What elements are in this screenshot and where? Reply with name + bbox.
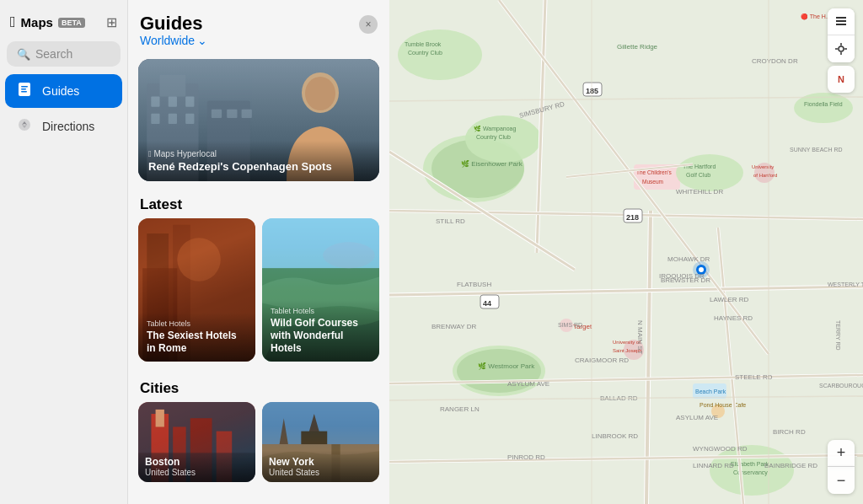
- svg-text:LINBROOK RD: LINBROOK RD: [592, 432, 638, 440]
- svg-text:WHITEHILL DR: WHITEHILL DR: [676, 188, 723, 196]
- zoom-controls: + −: [828, 440, 855, 494]
- chevron-down-icon: ⌄: [197, 34, 207, 47]
- svg-text:🌿 Wampanoag: 🌿 Wampanoag: [474, 125, 516, 132]
- latest-cards-row: Tablet Hotels The Sexiest Hotels in Rome…: [128, 218, 389, 372]
- hero-source-text: Maps: [153, 149, 174, 158]
- svg-text:CRAIGMOOR RD: CRAIGMOOR RD: [575, 357, 629, 364]
- search-bar[interactable]: 🔍 Search: [7, 41, 121, 67]
- svg-rect-2: [21, 88, 26, 90]
- svg-rect-15: [227, 110, 237, 118]
- cities-section-header: Cities: [128, 372, 389, 402]
- map-controls: N: [828, 8, 855, 93]
- card-title-0: The Sexiest Hotels in Rome: [147, 330, 247, 355]
- svg-text:SUNNY BEACH RD: SUNNY BEACH RD: [790, 147, 843, 153]
- svg-rect-8: [169, 97, 177, 107]
- hero-source:  Maps Hyperlocal: [148, 149, 369, 158]
- latest-card-0[interactable]: Tablet Hotels The Sexiest Hotels in Rome: [138, 218, 255, 362]
- svg-text:Tumble Brook: Tumble Brook: [405, 41, 442, 47]
- svg-rect-1: [21, 86, 28, 88]
- city-card-boston[interactable]: Boston United States: [138, 402, 255, 482]
- north-indicator: N: [828, 66, 855, 93]
- panel-header: Guides Worldwide ⌄ ×: [128, 0, 389, 52]
- map-area[interactable]: 🌿 Eisenhower Park 🌿 Westmoor Park Elizab…: [389, 0, 863, 504]
- search-icon: 🔍: [17, 48, 30, 61]
- svg-text:FLATBUSH: FLATBUSH: [457, 281, 491, 288]
- svg-point-18: [305, 77, 335, 110]
- svg-point-22: [177, 238, 220, 281]
- panel-title: Guides: [140, 13, 207, 34]
- boston-country: United States: [145, 468, 249, 477]
- svg-text:LAWLER RD: LAWLER RD: [710, 296, 749, 303]
- svg-text:Country Club: Country Club: [408, 50, 442, 56]
- svg-rect-139: [836, 17, 846, 19]
- svg-text:PINROD RD: PINROD RD: [507, 453, 545, 461]
- hero-card[interactable]:  Maps Hyperlocal René Redzepi's Copenha…: [138, 59, 379, 181]
- svg-text:RANGER LN: RANGER LN: [440, 405, 480, 413]
- svg-text:Gillette Ridge: Gillette Ridge: [617, 43, 658, 51]
- svg-rect-9: [185, 97, 194, 107]
- svg-text:ASYLUM AVE: ASYLUM AVE: [507, 380, 549, 388]
- latest-card-1[interactable]: Tablet Hotels Wild Golf Courses with Won…: [262, 218, 379, 362]
- worldwide-filter[interactable]: Worldwide ⌄: [140, 34, 207, 47]
- sidebar-item-guides[interactable]: Guides: [5, 74, 122, 108]
- svg-text:Pond House Cafe: Pond House Cafe: [700, 402, 746, 408]
- boston-overlay: Boston United States: [138, 451, 255, 482]
- subtitle-text: Worldwide: [140, 34, 195, 47]
- svg-text:Museum: Museum: [642, 179, 663, 185]
- apple-logo-icon: : [10, 13, 16, 31]
- svg-text:Elizabeth Park: Elizabeth Park: [731, 461, 769, 467]
- map-view-controls: [828, 8, 855, 62]
- location-button[interactable]: [828, 35, 855, 62]
- svg-text:218: 218: [626, 213, 639, 222]
- map-svg: 🌿 Eisenhower Park 🌿 Westmoor Park Elizab…: [389, 0, 863, 504]
- svg-point-26: [323, 243, 375, 269]
- close-button[interactable]: ×: [359, 15, 378, 34]
- app-logo-area:  Maps BETA ⊞: [0, 10, 127, 41]
- svg-text:WESTERLY TERR: WESTERLY TERR: [828, 281, 863, 287]
- svg-text:WYNGWOOD RD: WYNGWOOD RD: [693, 445, 748, 453]
- guides-icon: [15, 81, 34, 101]
- svg-text:LINNARD RD: LINNARD RD: [693, 462, 734, 469]
- city-card-newyork[interactable]: New York United States: [262, 402, 379, 482]
- svg-text:HAYNES RD: HAYNES RD: [714, 314, 753, 322]
- app-name: Maps: [21, 15, 53, 29]
- svg-text:BAINBRIDGE RD: BAINBRIDGE RD: [764, 462, 817, 469]
- svg-text:Fiondella Field: Fiondella Field: [804, 101, 843, 107]
- latest-section-header: Latest: [128, 188, 389, 218]
- beta-badge: BETA: [58, 18, 85, 28]
- hero-type: Hyperlocal: [177, 149, 217, 158]
- zoom-in-button[interactable]: +: [828, 440, 855, 467]
- guides-label: Guides: [42, 84, 79, 98]
- svg-text:BRENWAY DR: BRENWAY DR: [432, 323, 476, 330]
- zoom-out-button[interactable]: −: [828, 467, 855, 494]
- svg-rect-6: [160, 75, 186, 97]
- svg-rect-36: [301, 432, 327, 444]
- svg-text:N MAIN ST: N MAIN ST: [636, 320, 644, 355]
- svg-text:🌿 Westmoor Park: 🌿 Westmoor Park: [478, 362, 535, 370]
- hero-overlay:  Maps Hyperlocal René Redzepi's Copenha…: [138, 141, 379, 182]
- card-overlay-1: Tablet Hotels Wild Golf Courses with Won…: [262, 300, 379, 362]
- svg-rect-3: [21, 91, 27, 93]
- map-layers-button[interactable]: [828, 8, 855, 35]
- svg-rect-7: [151, 97, 159, 107]
- newyork-overlay: New York United States: [262, 451, 379, 482]
- hero-title: René Redzepi's Copenhagen Spots: [148, 160, 369, 174]
- card-title-1: Wild Golf Courses with Wonderful Hotels: [271, 317, 371, 355]
- svg-point-141: [839, 46, 844, 51]
- grid-view-button[interactable]: ⊞: [106, 14, 117, 30]
- svg-text:BREWSTER DR: BREWSTER DR: [661, 276, 710, 284]
- svg-text:STEELE RD: STEELE RD: [735, 373, 773, 381]
- sidebar-item-directions[interactable]: Directions: [5, 110, 122, 143]
- sidebar:  Maps BETA ⊞ 🔍 Search Guides Direction: [0, 0, 128, 504]
- search-placeholder-text: Search: [35, 47, 72, 61]
- svg-rect-140: [836, 24, 846, 25]
- svg-rect-10: [151, 114, 159, 124]
- svg-text:STILL RD: STILL RD: [436, 217, 465, 225]
- svg-text:of Hartford: of Hartford: [753, 173, 777, 178]
- svg-rect-14: [212, 110, 222, 118]
- svg-text:ASYLUM AVE: ASYLUM AVE: [676, 414, 718, 421]
- svg-text:44: 44: [483, 299, 491, 308]
- newyork-name: New York: [269, 456, 373, 468]
- card-overlay-0: Tablet Hotels The Sexiest Hotels in Rome: [138, 313, 255, 362]
- svg-text:University: University: [752, 164, 774, 169]
